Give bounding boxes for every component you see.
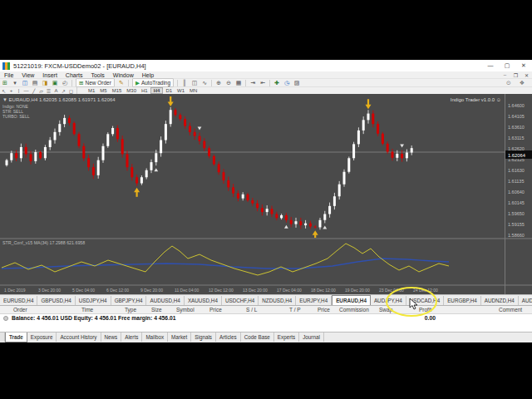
terminal-tab-mailbox[interactable]: Mailbox <box>142 332 168 342</box>
terminal-tab-market[interactable]: Market <box>168 332 191 342</box>
terminal-tab-trade[interactable]: Trade <box>5 332 27 342</box>
terminal-column-size-3[interactable]: Size <box>151 307 162 313</box>
horizontal-line-icon[interactable]: — <box>22 87 30 94</box>
chart-tab-usdcad[interactable]: USDCAD,H4 <box>406 296 444 305</box>
timeframe-h4[interactable]: H4 <box>150 87 164 94</box>
terminal-column-swap-10[interactable]: Swap <box>379 307 392 313</box>
terminal-column-order-0[interactable]: Order <box>13 307 27 313</box>
terminal-column-time-1[interactable]: Time <box>81 307 93 313</box>
chart-tab-nzdusd[interactable]: NZDUSD,H4 <box>259 296 296 305</box>
close-button[interactable]: ✕ <box>515 62 532 69</box>
timeframe-m15[interactable]: M15 <box>110 87 125 94</box>
data-window-icon[interactable]: ▤ <box>30 79 40 86</box>
cursor-icon[interactable]: ↖ <box>0 87 7 94</box>
timeframe-d1[interactable]: D1 <box>163 87 175 94</box>
terminal-column-tp-7[interactable]: T / P <box>289 307 301 313</box>
timeframe-h1[interactable]: H1 <box>139 87 150 94</box>
child-close-button[interactable]: ✕ <box>521 72 532 78</box>
auto-scroll-icon[interactable]: ⇥ <box>248 79 258 86</box>
menu-item-insert[interactable]: Insert <box>38 72 62 78</box>
candlestick-chart-icon[interactable]: ◫ <box>190 79 200 86</box>
indicators-icon[interactable]: ✚ <box>272 79 282 86</box>
menu-item-view[interactable]: View <box>17 72 38 78</box>
channel-icon[interactable]: ▱ <box>37 87 45 94</box>
menu-item-window[interactable]: Window <box>109 72 138 78</box>
text-icon[interactable]: A <box>52 87 60 94</box>
chart-tab-audcad[interactable]: AUDCAD,H4 <box>519 296 532 305</box>
community-icon[interactable]: ❖ <box>517 79 527 86</box>
terminal-column-price-8[interactable]: Price <box>318 307 330 313</box>
arrow-tool-icon[interactable]: ↗ <box>60 87 67 94</box>
autotrading-button[interactable]: ▶AutoTrading <box>132 78 174 87</box>
navigator-icon[interactable]: ◨ <box>40 79 50 86</box>
chart-tab-eurgbp[interactable]: EURGBP,H4 <box>444 296 481 305</box>
menu-item-charts[interactable]: Charts <box>62 72 87 78</box>
trendline-icon[interactable]: ╱ <box>30 87 37 94</box>
timeframe-w1[interactable]: W1 <box>175 87 187 94</box>
market-watch-icon[interactable]: ◫ <box>20 79 30 86</box>
chart-tab-audnzd[interactable]: AUDNZD,H4 <box>481 296 519 305</box>
child-restore-button[interactable]: ❐ <box>510 72 521 78</box>
chart-tab-usdjpy[interactable]: USDJPY,H4 <box>76 296 111 305</box>
price-chart[interactable]: 1.646001.641051.636101.631151.626201.621… <box>0 94 532 294</box>
chart-tab-gbpjpy[interactable]: GBPJPY,H4 <box>111 296 147 305</box>
svg-text:6 Dec 12:00: 6 Dec 12:00 <box>106 288 129 293</box>
svg-text:1.63115: 1.63115 <box>508 135 524 140</box>
menu-item-tools[interactable]: Tools <box>86 72 108 78</box>
terminal-tab-news[interactable]: News <box>101 332 122 342</box>
line-chart-icon[interactable]: ∿ <box>200 79 209 86</box>
tile-windows-icon[interactable]: ▦ <box>234 79 244 86</box>
terminal-tab-exposure[interactable]: Exposure <box>27 332 57 342</box>
terminal-tab-alerts[interactable]: Alerts <box>121 332 142 342</box>
terminal-column-price-5[interactable]: Price <box>209 307 222 313</box>
vertical-line-icon[interactable]: | <box>15 87 22 94</box>
terminal-column-type-2[interactable]: Type <box>125 307 136 313</box>
shapes-icon[interactable]: ◻ <box>67 87 75 94</box>
periods-icon[interactable]: ◷ <box>282 79 292 86</box>
maximize-button[interactable]: ▢ <box>499 62 515 69</box>
minimize-button[interactable]: — <box>482 62 499 69</box>
chart-tab-xauusd[interactable]: XAUUSD,H4 <box>185 296 222 305</box>
profiles-icon[interactable]: ▾ <box>10 79 20 86</box>
crosshair-icon[interactable]: + <box>7 87 15 94</box>
timeframe-m5[interactable]: M5 <box>97 87 109 94</box>
terminal-tab-signals[interactable]: Signals <box>191 332 216 342</box>
terminal-column-symbol-4[interactable]: Symbol <box>176 307 195 313</box>
zoom-out-icon[interactable]: ⊖ <box>224 79 234 86</box>
terminal-column-profit-11[interactable]: Profit <box>419 307 431 313</box>
timeframe-m1[interactable]: M1 <box>86 87 97 94</box>
chart-tab-usdchf[interactable]: USDCHF,H4 <box>222 296 259 305</box>
chart-tab-eurjpy[interactable]: EURJPY,H4 <box>296 296 332 305</box>
new-order-button[interactable]: ⊞New Order <box>76 78 115 87</box>
chart-shift-icon[interactable]: ⇤ <box>258 79 268 86</box>
terminal-tab-articles[interactable]: Articles <box>216 332 241 342</box>
chart-tab-euraud[interactable]: EURAUD,H4 <box>332 295 371 305</box>
chart-area[interactable]: 1.646001.641051.636101.631151.626201.621… <box>0 94 532 294</box>
strategy-tester-icon[interactable]: ◴ <box>60 79 70 86</box>
search-icon[interactable]: ⊙ <box>504 79 514 86</box>
child-minimize-button[interactable]: – <box>500 72 510 78</box>
fibonacci-icon[interactable]: ☰ <box>45 87 52 94</box>
zoom-in-icon[interactable]: ⊕ <box>214 79 224 86</box>
chart-tab-audjpy[interactable]: AUDJPY,H4 <box>371 296 406 305</box>
terminal-tab-code-base[interactable]: Code Base <box>241 332 274 342</box>
templates-icon[interactable]: ▨ <box>292 79 302 86</box>
chart-tab-audusd[interactable]: AUDUSD,H4 <box>146 296 184 305</box>
chart-tab-gbpusd[interactable]: GBPUSD,H4 <box>37 296 75 305</box>
timeframe-m30[interactable]: M30 <box>124 87 139 94</box>
terminal-tab-journal[interactable]: Journal <box>299 332 324 342</box>
chart-tab-eurusd[interactable]: EURUSD,H4 <box>0 296 37 305</box>
menu-item-help[interactable]: Help <box>138 72 158 78</box>
timeframe-mn[interactable]: MN <box>187 87 200 94</box>
terminal-column-sl-6[interactable]: S / L <box>246 307 257 313</box>
terminal-column-comment-12[interactable]: Comment <box>499 307 522 313</box>
terminal-tab-account-history[interactable]: Account History <box>57 332 101 342</box>
terminal-tab-experts[interactable]: Experts <box>274 332 299 342</box>
bar-chart-icon[interactable]: ║ <box>180 79 190 86</box>
new-chart-icon[interactable]: ⊞ <box>0 79 10 86</box>
terminal-column-commission-9[interactable]: Commission <box>339 307 369 313</box>
svg-text:1.59650: 1.59650 <box>508 211 525 216</box>
metaeditor-icon[interactable]: ✎ <box>116 79 126 86</box>
terminal-icon[interactable]: ▣ <box>50 79 60 86</box>
menu-item-file[interactable]: File <box>0 72 17 78</box>
